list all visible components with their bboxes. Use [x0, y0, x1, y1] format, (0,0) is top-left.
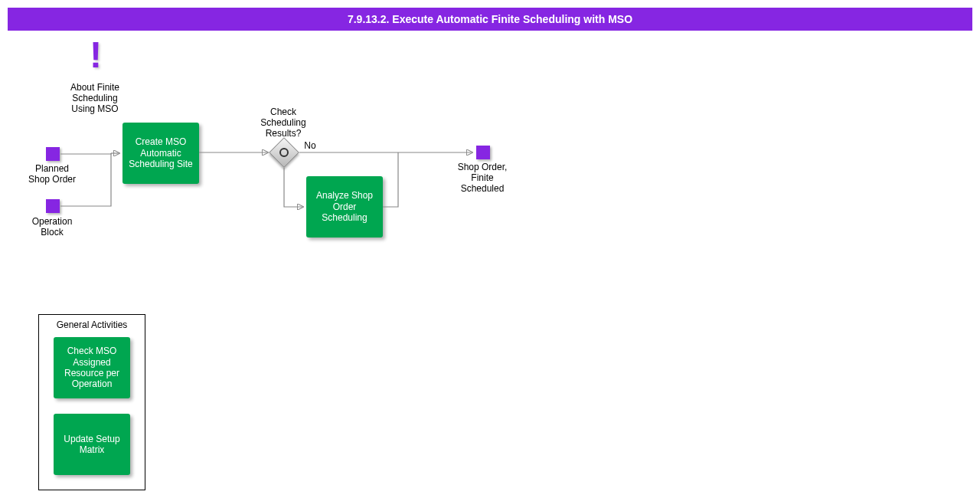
- exclamation-icon: !: [90, 37, 102, 74]
- end-shop-order: [476, 146, 490, 159]
- gateway-no-label: No: [299, 141, 322, 152]
- connectors: [0, 0, 980, 498]
- page-title-text: 7.9.13.2. Execute Automatic Finite Sched…: [348, 13, 632, 25]
- gateway-label: Check Scheduling Results?: [253, 107, 314, 139]
- activity-create-mso[interactable]: Create MSO Automatic Scheduling Site: [122, 123, 199, 184]
- activity-analyze-label: Analyze Shop Order Scheduling: [316, 190, 373, 223]
- start-planned-shop-order: [46, 147, 60, 161]
- activity-update-matrix-label: Update Setup Matrix: [64, 434, 119, 456]
- general-activities-title: General Activities: [39, 315, 145, 333]
- start-planned-shop-order-label: Planned Shop Order: [21, 164, 83, 185]
- start-operation-block-label: Operation Block: [21, 217, 83, 238]
- end-shop-order-label: Shop Order, Finite Scheduled: [448, 162, 517, 194]
- gateway-check-results: [269, 137, 299, 168]
- activity-update-matrix[interactable]: Update Setup Matrix: [54, 414, 130, 475]
- info-label: About Finite Scheduling Using MSO: [60, 83, 130, 114]
- start-operation-block: [46, 199, 60, 213]
- activity-create-mso-label: Create MSO Automatic Scheduling Site: [129, 136, 192, 169]
- page-title: 7.9.13.2. Execute Automatic Finite Sched…: [8, 8, 972, 31]
- activity-check-mso-resource[interactable]: Check MSO Assigned Resource per Operatio…: [54, 337, 130, 398]
- activity-check-mso-resource-label: Check MSO Assigned Resource per Operatio…: [64, 346, 119, 390]
- activity-analyze[interactable]: Analyze Shop Order Scheduling: [306, 176, 383, 238]
